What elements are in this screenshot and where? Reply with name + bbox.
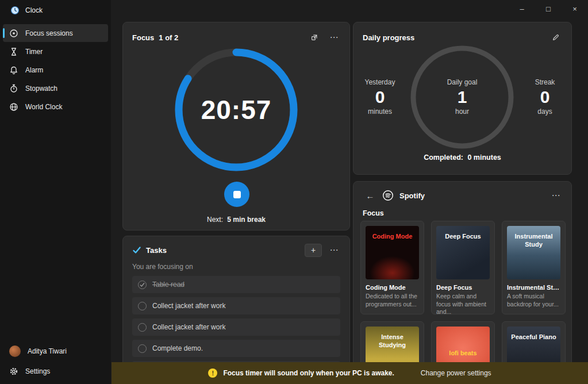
completed-summary: Completed: 0 minutes <box>353 153 571 162</box>
yesterday-stat: Yesterday 0 minutes <box>354 78 406 116</box>
spotify-card: ← Spotify ⋯ Focus Coding Mode Coding Mod… <box>353 181 572 384</box>
sidebar-item-label: Stopwatch <box>25 85 57 93</box>
sidebar-item-label: Timer <box>25 48 43 56</box>
sidebar-item-stopwatch[interactable]: Stopwatch <box>3 79 108 97</box>
daily-progress-card: Daily progress Yesterday 0 minutes Daily… <box>353 22 572 175</box>
sidebar-item-focus-sessions[interactable]: Focus sessions <box>3 24 108 42</box>
stopwatch-icon <box>9 84 18 93</box>
spotify-more-options-button[interactable]: ⋯ <box>548 189 563 202</box>
task-row[interactable]: Complete demo. <box>132 340 340 357</box>
focus-session-card: Focus 1 of 2 ⋯ 20:57 Next: 5 min break <box>122 22 350 231</box>
completed-value: 0 minutes <box>467 153 501 162</box>
spotify-header: ← Spotify ⋯ <box>353 182 571 202</box>
daily-progress-title: Daily progress <box>363 33 414 42</box>
tile-title: Deep Focus <box>436 284 490 291</box>
tile-description: A soft musical backdrop for your... <box>507 293 560 308</box>
tasks-subtitle: You are focusing on <box>132 263 340 271</box>
daily-progress-header: Daily progress <box>353 22 571 44</box>
streak-stat: Streak 0 days <box>519 78 571 116</box>
focus-session-counter: 1 of 2 <box>159 33 178 42</box>
focus-card-title: Focus <box>132 33 154 42</box>
task-label: Collect jacket after work <box>152 323 225 331</box>
sidebar-item-label: Settings <box>25 367 50 375</box>
spotify-tile-grid: Coding Mode Coding Mode Dedicated to all… <box>360 221 566 384</box>
stop-icon <box>233 191 241 198</box>
streak-label: Streak <box>519 78 571 87</box>
sidebar: Clock Focus sessions Timer Alarm <box>0 0 111 384</box>
sidebar-item-alarm[interactable]: Alarm <box>3 61 108 79</box>
sidebar-item-world-clock[interactable]: World Clock <box>3 98 108 116</box>
yesterday-label: Yesterday <box>354 78 406 87</box>
focus-sessions-icon <box>9 29 18 38</box>
alarm-bell-icon <box>9 66 18 75</box>
task-checkbox[interactable] <box>138 281 147 289</box>
daily-goal-stat: Daily goal 1 hour <box>436 78 488 116</box>
clock-app-window: – □ × Clock Focus sessions Timer <box>0 0 588 384</box>
sidebar-item-timer[interactable]: Timer <box>3 43 108 60</box>
streak-unit: days <box>519 107 571 116</box>
tile-art-text: lofi beats <box>449 350 476 358</box>
sidebar-user-account[interactable]: Aditya Tiwari <box>3 341 108 361</box>
spotify-section-label: Focus <box>363 209 384 217</box>
minimize-button[interactable]: – <box>509 0 535 17</box>
tile-art-text: Deep Focus <box>445 233 481 241</box>
spotify-brand: Spotify <box>399 191 425 200</box>
goal-label: Daily goal <box>436 78 488 87</box>
tile-art: Instrumental Study <box>507 226 560 279</box>
sidebar-item-settings[interactable]: Settings <box>3 362 108 381</box>
task-row[interactable]: Table read <box>132 276 340 293</box>
spotify-tile[interactable]: Deep Focus Deep Focus Keep calm and focu… <box>431 221 495 314</box>
more-options-button[interactable]: ⋯ <box>326 30 341 44</box>
yesterday-unit: minutes <box>354 107 406 116</box>
task-label: Complete demo. <box>152 344 203 352</box>
window-controls: – □ × <box>509 0 588 17</box>
sidebar-nav: Focus sessions Timer Alarm Stopwatch <box>0 24 111 116</box>
popout-button[interactable] <box>307 30 322 44</box>
tile-description: Dedicated to all the programmers out... <box>366 293 419 308</box>
sidebar-footer: Aditya Tiwari Settings <box>0 341 111 382</box>
sidebar-item-label: World Clock <box>25 103 62 111</box>
next-break-line: Next: 5 min break <box>123 216 349 224</box>
focus-card-header: Focus 1 of 2 ⋯ <box>123 22 349 44</box>
timer-icon <box>9 47 18 56</box>
notification-bar: ! Focus timer will sound only when your … <box>112 362 588 384</box>
goal-unit: hour <box>436 107 488 116</box>
task-row[interactable]: Collect jacket after work <box>132 318 340 336</box>
user-name: Aditya Tiwari <box>28 347 67 355</box>
tile-art-text: Peaceful Piano <box>511 333 556 341</box>
user-avatar <box>9 345 21 357</box>
spotify-tile[interactable]: Coding Mode Coding Mode Dedicated to all… <box>360 221 424 314</box>
app-header: Clock <box>0 0 111 21</box>
spotify-logo-icon <box>382 190 394 201</box>
app-title: Clock <box>25 6 43 14</box>
tile-art-text: Intense Studying <box>369 333 416 350</box>
tasks-card-title: Tasks <box>146 246 167 255</box>
tile-title: Coding Mode <box>366 284 419 291</box>
focus-timer-time: 20:57 <box>170 93 302 127</box>
tasks-more-options-button[interactable]: ⋯ <box>326 243 341 257</box>
tasks-check-icon <box>132 245 141 255</box>
warning-icon: ! <box>208 368 217 378</box>
tile-title: Instrumental Study <box>507 284 560 291</box>
next-break-value: 5 min break <box>227 216 266 224</box>
edit-goal-button[interactable] <box>548 30 563 44</box>
tasks-card-header: Tasks + ⋯ <box>123 236 349 257</box>
maximize-button[interactable]: □ <box>535 0 562 17</box>
stop-focus-button[interactable] <box>224 182 249 207</box>
spotify-tile[interactable]: Instrumental Study Instrumental Study A … <box>502 221 566 314</box>
completed-label: Completed: <box>424 153 463 162</box>
gear-icon <box>9 367 18 376</box>
change-power-settings-link[interactable]: Change power settings <box>421 369 491 377</box>
add-task-button[interactable]: + <box>305 244 322 257</box>
task-checkbox[interactable] <box>138 302 147 310</box>
task-checkbox[interactable] <box>138 323 147 332</box>
close-button[interactable]: × <box>562 0 588 17</box>
back-button[interactable]: ← <box>363 189 378 202</box>
task-row[interactable]: Collect jacket after work <box>132 297 340 314</box>
sidebar-item-label: Focus sessions <box>25 29 73 37</box>
world-clock-globe-icon <box>9 102 18 112</box>
task-label: Collect jacket after work <box>152 302 225 310</box>
task-label: Table read <box>152 281 185 289</box>
task-checkbox[interactable] <box>138 344 147 353</box>
notification-message: Focus timer will sound only when your PC… <box>223 369 394 377</box>
